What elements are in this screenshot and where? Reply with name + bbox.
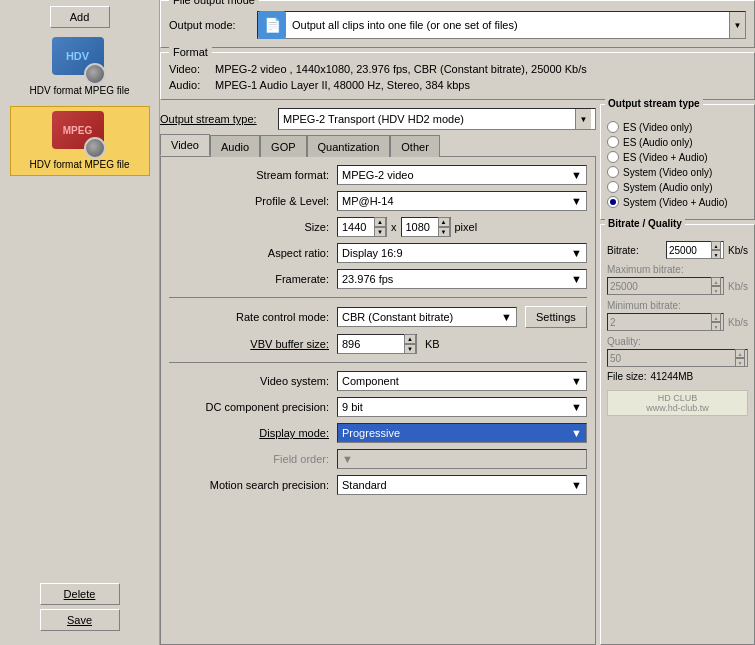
dc-label: DC component precision: bbox=[169, 401, 329, 413]
radio-system-video-audio-circle[interactable] bbox=[607, 196, 619, 208]
vbv-down[interactable]: ▼ bbox=[404, 344, 416, 354]
quality-input: 50 ▲ ▼ bbox=[607, 349, 748, 367]
max-bitrate-spinner: ▲ ▼ bbox=[711, 277, 721, 295]
radio-system-video-audio-label: System (Video + Audio) bbox=[623, 197, 728, 208]
output-mode-title: File output mode bbox=[169, 0, 259, 6]
stream-type-arrow[interactable]: ▼ bbox=[575, 109, 591, 129]
field-order-label: Field order: bbox=[169, 453, 329, 465]
output-mode-value: Output all clips into one file (or one s… bbox=[286, 19, 729, 31]
file-item-hdv2[interactable]: MPEG HDV format MPEG file bbox=[10, 106, 150, 176]
framerate-row: Framerate: 23.976 fps ▼ bbox=[169, 269, 587, 289]
video-system-arrow: ▼ bbox=[571, 375, 582, 387]
radio-system-audio[interactable]: System (Audio only) bbox=[607, 181, 748, 193]
size-height-down[interactable]: ▼ bbox=[438, 227, 450, 237]
framerate-select[interactable]: 23.976 fps ▼ bbox=[337, 269, 587, 289]
size-width-spinner[interactable]: ▲ ▼ bbox=[374, 217, 386, 237]
dc-select[interactable]: 9 bit ▼ bbox=[337, 397, 587, 417]
tab-gop[interactable]: GOP bbox=[260, 135, 306, 157]
profile-level-select[interactable]: MP@H-14 ▼ bbox=[337, 191, 587, 211]
tab-video[interactable]: Video bbox=[160, 134, 210, 156]
aspect-label: Aspect ratio: bbox=[169, 247, 329, 259]
bitrate-down[interactable]: ▼ bbox=[711, 250, 721, 259]
stream-format-select[interactable]: MPEG-2 video ▼ bbox=[337, 165, 587, 185]
filesize-label: File size: bbox=[607, 371, 646, 382]
left-panel: Add HDV HDV format MPEG file MPEG HDV fo… bbox=[0, 0, 160, 645]
bitrate-row: Bitrate: 25000 ▲ ▼ Kb/s bbox=[607, 241, 748, 259]
tab-quantization[interactable]: Quantization bbox=[307, 135, 391, 157]
radio-es-audio-circle[interactable] bbox=[607, 136, 619, 148]
radio-system-audio-label: System (Audio only) bbox=[623, 182, 712, 193]
bitrate-spinner[interactable]: ▲ ▼ bbox=[711, 241, 721, 259]
motion-label: Motion search precision: bbox=[169, 479, 329, 491]
save-button[interactable]: Save bbox=[40, 609, 120, 631]
motion-select[interactable]: Standard ▼ bbox=[337, 475, 587, 495]
vbv-unit: KB bbox=[425, 338, 440, 350]
profile-level-row: Profile & Level: MP@H-14 ▼ bbox=[169, 191, 587, 211]
vbv-value: 896 bbox=[338, 338, 404, 350]
bitrate-value: 25000 bbox=[669, 245, 697, 256]
size-height-input[interactable]: 1080 ▲ ▼ bbox=[401, 217, 451, 237]
output-mode-label: Output mode: bbox=[169, 19, 249, 31]
quality-up: ▲ bbox=[735, 349, 745, 358]
vbv-input[interactable]: 896 ▲ ▼ bbox=[337, 334, 417, 354]
size-width-input[interactable]: 1440 ▲ ▼ bbox=[337, 217, 387, 237]
bitrate-title: Bitrate / Quality bbox=[605, 218, 685, 229]
size-width-down[interactable]: ▼ bbox=[374, 227, 386, 237]
framerate-arrow: ▼ bbox=[571, 273, 582, 285]
bitrate-label: Bitrate: bbox=[607, 245, 662, 256]
size-height-up[interactable]: ▲ bbox=[438, 217, 450, 227]
min-bitrate-spinner: ▲ ▼ bbox=[711, 313, 721, 331]
aspect-value: Display 16:9 bbox=[342, 247, 403, 259]
tabs: Video Audio GOP Quantization Other bbox=[160, 134, 596, 156]
output-mode-icon: 📄 bbox=[258, 11, 286, 39]
video-system-row: Video system: Component ▼ bbox=[169, 371, 587, 391]
filesize-row: File size: 41244MB bbox=[607, 371, 748, 382]
stream-format-value: MPEG-2 video bbox=[342, 169, 414, 181]
stream-type-select[interactable]: MPEG-2 Transport (HDV HD2 mode) ▼ bbox=[278, 108, 596, 130]
radio-system-audio-circle[interactable] bbox=[607, 181, 619, 193]
tab-other[interactable]: Other bbox=[390, 135, 440, 157]
file-item-hdv1[interactable]: HDV HDV format MPEG file bbox=[10, 32, 150, 102]
radio-system-video-circle[interactable] bbox=[607, 166, 619, 178]
min-bitrate-label: Minimum bitrate: bbox=[607, 300, 681, 311]
size-width-up[interactable]: ▲ bbox=[374, 217, 386, 227]
aspect-select[interactable]: Display 16:9 ▼ bbox=[337, 243, 587, 263]
video-system-select[interactable]: Component ▼ bbox=[337, 371, 587, 391]
display-mode-arrow: ▼ bbox=[571, 427, 582, 439]
video-system-value: Component bbox=[342, 375, 399, 387]
filesize-value: 41244MB bbox=[650, 371, 693, 382]
min-bitrate-row: 2 ▲ ▼ Kb/s bbox=[607, 313, 748, 331]
settings-button[interactable]: Settings bbox=[525, 306, 587, 328]
format-title: Format bbox=[169, 46, 212, 58]
bitrate-unit: Kb/s bbox=[728, 245, 748, 256]
max-bitrate-up: ▲ bbox=[711, 277, 721, 286]
size-height-spinner[interactable]: ▲ ▼ bbox=[438, 217, 450, 237]
rate-control-arrow: ▼ bbox=[501, 311, 512, 323]
add-button[interactable]: Add bbox=[50, 6, 110, 28]
stream-format-label: Stream format: bbox=[169, 169, 329, 181]
radio-es-video-audio[interactable]: ES (Video + Audio) bbox=[607, 151, 748, 163]
radio-es-video-audio-label: ES (Video + Audio) bbox=[623, 152, 708, 163]
radio-es-video-circle[interactable] bbox=[607, 121, 619, 133]
radio-es-audio-label: ES (Audio only) bbox=[623, 137, 692, 148]
vbv-up[interactable]: ▲ bbox=[404, 334, 416, 344]
bitrate-input[interactable]: 25000 ▲ ▼ bbox=[666, 241, 724, 259]
framerate-label: Framerate: bbox=[169, 273, 329, 285]
tab-audio[interactable]: Audio bbox=[210, 135, 260, 157]
bitrate-up[interactable]: ▲ bbox=[711, 241, 721, 250]
display-mode-select[interactable]: Progressive ▼ bbox=[337, 423, 587, 443]
delete-button[interactable]: Delete bbox=[40, 583, 120, 605]
quality-label-row: Quality: bbox=[607, 335, 748, 347]
radio-system-video[interactable]: System (Video only) bbox=[607, 166, 748, 178]
rate-control-select[interactable]: CBR (Constant bitrate) ▼ bbox=[337, 307, 517, 327]
output-mode-dropdown-arrow[interactable]: ▼ bbox=[729, 12, 745, 38]
max-bitrate-down: ▼ bbox=[711, 286, 721, 295]
vbv-spinner[interactable]: ▲ ▼ bbox=[404, 334, 416, 354]
output-stream-type-title: Output stream type bbox=[605, 98, 703, 109]
radio-es-video[interactable]: ES (Video only) bbox=[607, 121, 748, 133]
min-bitrate-input: 2 ▲ ▼ bbox=[607, 313, 724, 331]
radio-es-audio[interactable]: ES (Audio only) bbox=[607, 136, 748, 148]
radio-es-video-audio-circle[interactable] bbox=[607, 151, 619, 163]
radio-system-video-audio[interactable]: System (Video + Audio) bbox=[607, 196, 748, 208]
stream-format-arrow: ▼ bbox=[571, 169, 582, 181]
